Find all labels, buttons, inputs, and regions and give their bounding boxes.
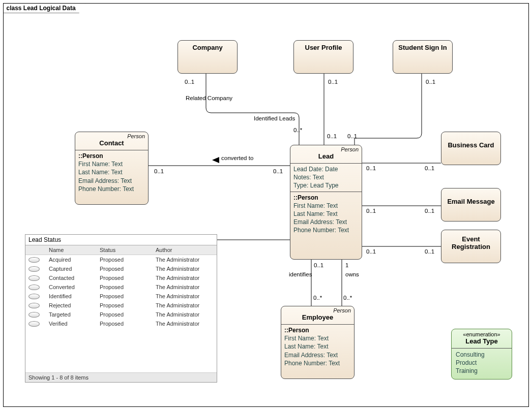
table-row[interactable]: Targeted Proposed The Administrator [25, 310, 217, 319]
class-lead[interactable]: Person Lead Lead Date: Date Notes: Text … [290, 145, 362, 260]
table-row[interactable]: Acquired Proposed The Administrator [25, 255, 217, 264]
mult-owns-top: 1 [345, 262, 348, 268]
class-lead-person-attrs: ::Person First Name: Text Last Name: Tex… [290, 192, 362, 236]
enum-values: Consulting Product Training [452, 349, 512, 377]
class-event-registration-title: Event Registration [441, 230, 500, 254]
enum-title: Lead Type [452, 337, 512, 348]
diagram-frame: class Lead Logical Data [3, 3, 529, 407]
status-icon [28, 294, 40, 299]
class-lead-title: Lead [290, 152, 362, 163]
class-employee[interactable]: Person Employee ::Person First Name: Tex… [281, 306, 354, 379]
class-event-registration[interactable]: Event Registration [441, 230, 501, 263]
mult-owns-bot: 0..* [343, 295, 352, 301]
class-lead-stereo: Person [290, 145, 362, 152]
table-row[interactable]: Contacted Proposed The Administrator [25, 273, 217, 282]
class-business-card[interactable]: Business Card [441, 132, 501, 165]
class-contact[interactable]: Person Contact ::Person First Name: Text… [75, 132, 149, 205]
enum-stereo: «enumeration» [452, 329, 512, 337]
svg-marker-0 [212, 157, 219, 163]
class-contact-attrs: ::Person First Name: Text Last Name: Tex… [75, 150, 148, 195]
col-author: Author [153, 247, 217, 253]
mult-lead-left: 0..1 [273, 168, 283, 174]
class-student-sign-in-title: Student Sign In [393, 41, 452, 54]
status-icon [28, 285, 40, 290]
mult-lead-top-0star: 0..* [293, 127, 302, 133]
role-owns: owns [345, 271, 359, 277]
col-name: Name [46, 247, 97, 253]
role-identified-leads: Identified Leads [254, 115, 295, 121]
role-identifies: identifies [289, 271, 312, 277]
status-icon [28, 257, 40, 263]
lead-status-panel[interactable]: Lead Status Name Status Author Acquired … [25, 234, 217, 383]
class-user-profile[interactable]: User Profile [293, 40, 353, 74]
role-related-company: Related Company [186, 95, 232, 101]
mult-lead-top-0-1a: 0..1 [327, 133, 337, 139]
mult-lead-em-l: 0..1 [366, 208, 376, 214]
mult-identifies-bot: 0..* [313, 295, 322, 301]
class-contact-title: Contact [75, 139, 148, 150]
mult-lead-bc-r: 0..1 [425, 165, 434, 171]
class-student-sign-in[interactable]: Student Sign In [393, 40, 453, 74]
mult-company-end: 0..1 [185, 79, 194, 85]
class-business-card-title: Business Card [441, 132, 500, 152]
class-company[interactable]: Company [178, 40, 238, 74]
class-email-message[interactable]: Email Message [441, 188, 501, 222]
class-employee-title: Employee [281, 313, 354, 324]
table-row[interactable]: Captured Proposed The Administrator [25, 264, 217, 273]
role-converted-to: converted to [221, 155, 253, 161]
class-email-message-title: Email Message [441, 188, 500, 208]
col-status: Status [97, 247, 153, 253]
status-icon [28, 275, 40, 281]
class-employee-attrs: ::Person First Name: Text Last Name: Tex… [281, 325, 354, 369]
mult-lead-top-0-1b: 0..1 [347, 133, 357, 139]
mult-lead-er-l: 0..1 [366, 248, 376, 255]
mult-lead-er-r: 0..1 [425, 248, 434, 255]
table-row[interactable]: Converted Proposed The Administrator [25, 282, 217, 292]
table-row[interactable]: Verified Proposed The Administrator [25, 319, 217, 328]
enum-lead-type[interactable]: «enumeration» Lead Type Consulting Produ… [451, 329, 512, 380]
mult-userprofile-end: 0..1 [328, 79, 338, 85]
mult-lead-em-r: 0..1 [425, 208, 434, 214]
status-icon [28, 266, 40, 272]
diagram-title: class Lead Logical Data [4, 4, 85, 13]
lead-status-columns: Name Status Author [25, 245, 217, 255]
lead-status-body: Acquired Proposed The Administrator Capt… [25, 255, 217, 328]
lead-status-footer: Showing 1 - 8 of 8 items [25, 372, 217, 382]
lead-status-title: Lead Status [25, 235, 217, 245]
mult-identifies-top: 0..1 [314, 262, 323, 268]
table-row[interactable]: Rejected Proposed The Administrator [25, 301, 217, 310]
diagram-canvas: class Lead Logical Data [0, 0, 532, 410]
class-contact-stereo: Person [75, 132, 148, 139]
class-employee-stereo: Person [281, 306, 354, 313]
status-icon [28, 303, 40, 308]
mult-studentsignin-end: 0..1 [426, 79, 435, 85]
class-company-title: Company [178, 41, 237, 54]
mult-lead-bc-l: 0..1 [366, 165, 376, 171]
mult-contact-end: 0..1 [154, 168, 164, 174]
table-row[interactable]: Identified Proposed The Administrator [25, 292, 217, 301]
status-icon [28, 312, 40, 318]
class-user-profile-title: User Profile [294, 41, 353, 54]
class-lead-own-attrs: Lead Date: Date Notes: Text Type: Lead T… [290, 164, 362, 192]
status-icon [28, 321, 40, 327]
